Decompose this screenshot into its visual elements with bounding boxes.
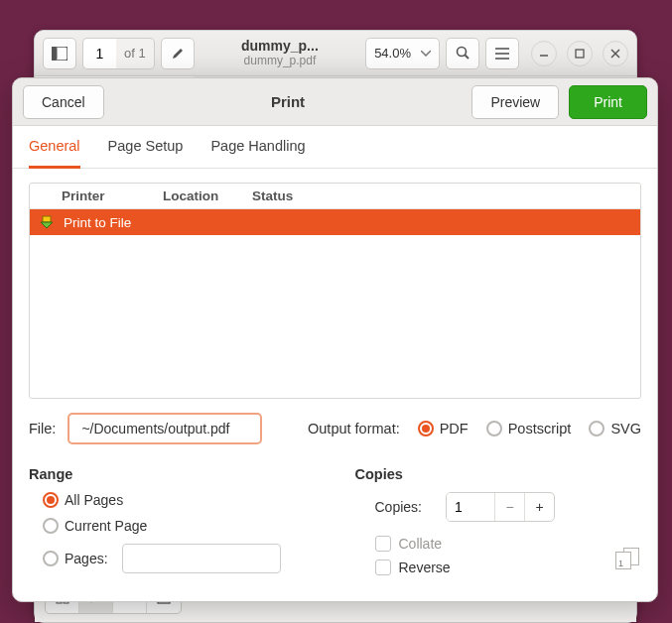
copies-increment[interactable]: +: [524, 493, 554, 521]
sidebar-toggle-button[interactable]: [43, 38, 76, 69]
tab-page-setup[interactable]: Page Setup: [108, 138, 184, 168]
copies-heading: Copies: [355, 466, 642, 482]
output-format-group: Output format: PDF Postscript SVG: [308, 421, 641, 436]
reverse-checkbox-row[interactable]: Reverse: [355, 560, 597, 575]
copies-spinner: − +: [446, 492, 555, 522]
copies-label: Copies:: [375, 499, 422, 515]
menu-button[interactable]: [485, 38, 519, 69]
col-location: Location: [163, 188, 222, 203]
annotate-button[interactable]: [161, 38, 195, 69]
copies-decrement[interactable]: −: [494, 493, 524, 521]
reverse-checkbox: [375, 560, 391, 575]
minimize-icon: [539, 49, 549, 59]
print-dialog: Cancel Print Preview Print General Page …: [12, 77, 658, 602]
format-svg-radio[interactable]: SVG: [589, 421, 641, 436]
file-label: File:: [29, 421, 56, 436]
chevron-down-icon: [421, 51, 431, 57]
preview-button[interactable]: Preview: [471, 85, 559, 119]
zoom-value: 54.0%: [374, 46, 411, 61]
collate-checkbox-row[interactable]: Collate: [355, 536, 597, 552]
svg-point-2: [457, 48, 466, 57]
format-pdf-radio[interactable]: PDF: [418, 421, 469, 436]
document-title: dummy_p... dummy_p.pdf: [204, 39, 355, 67]
collate-illustration-icon: 2 1: [615, 548, 641, 571]
printer-list: Printer Location Status Print to File: [29, 183, 641, 399]
tab-general[interactable]: General: [29, 138, 80, 169]
range-current-radio[interactable]: Current Page: [43, 518, 316, 534]
close-button[interactable]: [603, 41, 628, 66]
print-button[interactable]: Print: [569, 85, 647, 119]
cancel-button[interactable]: Cancel: [23, 85, 104, 119]
dialog-tabs: General Page Setup Page Handling: [13, 126, 657, 169]
title-secondary: dummy_p.pdf: [244, 55, 317, 67]
search-button[interactable]: [446, 38, 479, 69]
maximize-button[interactable]: [567, 41, 593, 66]
tab-page-handling[interactable]: Page Handling: [210, 138, 305, 168]
pencil-icon: [171, 47, 185, 61]
file-output-row: File: ~/Documents/output.pdf Output form…: [29, 413, 641, 444]
output-format-label: Output format:: [308, 421, 400, 436]
printer-list-header: Printer Location Status: [30, 184, 640, 209]
close-icon: [610, 49, 620, 59]
dialog-header: Cancel Print Preview Print: [13, 78, 657, 126]
zoom-dropdown[interactable]: 54.0%: [365, 38, 440, 69]
dialog-body: Printer Location Status Print to File Fi…: [13, 169, 657, 601]
collate-checkbox: [375, 536, 391, 552]
page-selector: of 1: [82, 38, 155, 69]
search-icon: [456, 46, 470, 61]
maximize-icon: [575, 49, 585, 59]
sidebar-icon: [52, 47, 67, 61]
download-icon: [38, 215, 56, 229]
col-printer: Printer: [62, 188, 133, 203]
page-total-label: of 1: [116, 38, 155, 69]
col-status: Status: [252, 188, 293, 203]
dialog-title: Print: [114, 93, 463, 110]
range-all-radio[interactable]: All Pages: [43, 492, 316, 508]
svg-rect-8: [576, 50, 584, 58]
window-controls: [531, 41, 628, 66]
range-section: Range All Pages Current Page Pages:: [29, 466, 316, 583]
range-pages-radio[interactable]: Pages:: [43, 551, 108, 566]
copies-input[interactable]: [447, 493, 494, 521]
format-postscript-radio[interactable]: Postscript: [486, 421, 572, 436]
printer-row-print-to-file[interactable]: Print to File: [30, 209, 640, 235]
svg-rect-25: [43, 216, 51, 222]
printer-row-label: Print to File: [64, 215, 131, 230]
file-path-button[interactable]: ~/Documents/output.pdf: [67, 413, 262, 444]
hamburger-icon: [495, 48, 509, 60]
title-primary: dummy_p...: [241, 39, 319, 54]
lower-options: Range All Pages Current Page Pages: Copi…: [29, 466, 641, 583]
range-heading: Range: [29, 466, 316, 482]
viewer-toolbar: of 1 dummy_p... dummy_p.pdf 54.0%: [35, 31, 636, 76]
svg-rect-1: [52, 47, 58, 61]
range-pages-input[interactable]: [122, 544, 281, 573]
minimize-button[interactable]: [531, 41, 557, 66]
svg-line-3: [465, 56, 469, 60]
page-number-input[interactable]: [82, 38, 116, 69]
copies-section: Copies Copies: − + Collate Reverse: [355, 466, 642, 583]
